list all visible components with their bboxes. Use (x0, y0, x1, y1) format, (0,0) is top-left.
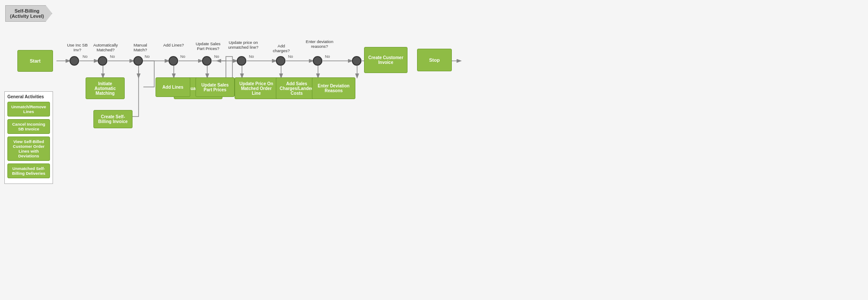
decision-final (352, 56, 361, 66)
add-sales-charges-box[interactable]: Add Sales Charges/Landed Costs (276, 77, 318, 99)
decision-manual-match (133, 56, 143, 66)
decision-update-price-unmatched (237, 56, 246, 66)
general-activities-title: General Activities (7, 94, 50, 99)
title-banner: Self-Billing (Activity Level) (5, 5, 52, 22)
ga-item-cancel-incoming-sb-invoice[interactable]: Cancel Incoming SB Invoice (7, 119, 50, 134)
create-customer-invoice-box[interactable]: Create Customer Invoice (364, 47, 407, 73)
update-price-matched-order-line-box[interactable]: Update Price On Matched Order Line (235, 77, 278, 99)
decision-label-add-lines: Add Lines? (162, 43, 186, 47)
svg-text:No: No (180, 54, 186, 59)
create-self-billing-invoice-box[interactable]: Create Self-Billing Invoice (93, 110, 133, 128)
decision-label-manual-match: Manual Match? (127, 43, 153, 52)
svg-text:No: No (145, 54, 150, 59)
decision-label-use-inc-sb-inv: Use Inc SB Inv? (64, 43, 90, 52)
decision-label-auto-matched: Automatically Matched? (90, 43, 121, 52)
decision-label-update-price-unmatched: Update price on unmatched line? (228, 40, 259, 50)
decision-enter-deviation-reasons (313, 56, 322, 66)
enter-deviation-reasons-box[interactable]: Enter Deviation Reasons (312, 77, 355, 99)
general-activities-panel: General Activities Unmatch/Remove Lines … (4, 91, 53, 184)
decision-auto-matched (98, 56, 107, 66)
stop-box[interactable]: Stop (417, 49, 452, 71)
ga-item-unmatch-remove-lines[interactable]: Unmatch/Remove Lines (7, 102, 50, 117)
svg-text:No: No (249, 54, 254, 59)
svg-text:No: No (325, 54, 330, 59)
initiate-automatic-matching-box[interactable]: Initiate Automatic Matching (86, 77, 125, 99)
ga-item-unmatched-self-billing-deliveries[interactable]: Unmatched Self-Billing Deliveries (7, 163, 50, 178)
diagram-container: No No No No No No No No No Self-Billing … (0, 0, 868, 300)
start-box[interactable]: Start (17, 50, 53, 72)
decision-label-enter-deviation-reasons: Enter deviation reasons? (305, 39, 334, 49)
decision-add-charges (276, 56, 285, 66)
ga-item-view-self-billed[interactable]: View Self-Billed Customer Order Lines wi… (7, 137, 50, 161)
title-line2: (Activity Level) (10, 13, 44, 19)
decision-label-add-charges: Add charges? (269, 43, 293, 53)
add-lines-box[interactable]: Add Lines (156, 77, 190, 97)
svg-text:No: No (110, 54, 115, 59)
svg-text:No: No (83, 54, 88, 59)
decision-use-inc-sb-inv (70, 56, 79, 66)
svg-text:No: No (288, 54, 293, 59)
svg-text:No: No (214, 54, 219, 59)
decision-add-lines (169, 56, 178, 66)
title-line1: Self-Billing (14, 8, 39, 13)
decision-label-update-sales-part-prices: Update Sales Part Prices? (194, 41, 222, 51)
decision-update-sales-part-prices (202, 56, 212, 66)
update-sales-part-prices-box[interactable]: Update Sales Part Prices (195, 77, 235, 97)
